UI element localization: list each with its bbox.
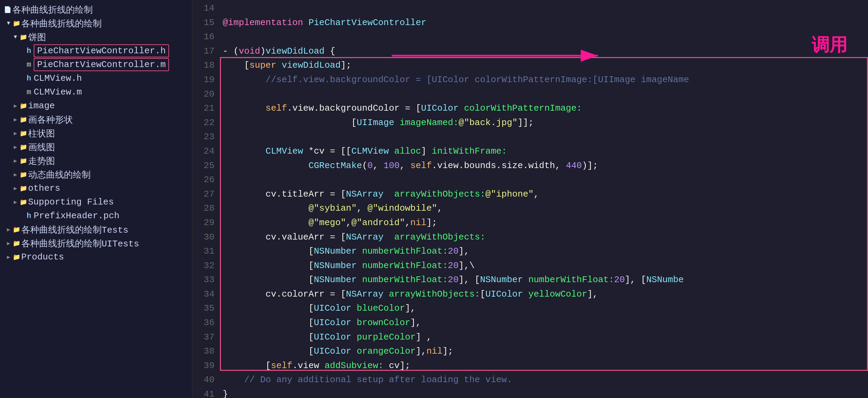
code-line-29: @"mego",@"android",nil];	[223, 216, 868, 230]
chevron-right-icon: ▶	[14, 157, 17, 164]
chevron-right-icon: ▶	[14, 171, 17, 178]
pie-m-label: PieChartViewController.m	[34, 58, 169, 71]
file-h-icon: h	[24, 212, 34, 220]
code-line-27: cv.titleArr = [NSArray arrayWithObjects:…	[223, 187, 868, 202]
trend-label: 走势图	[28, 155, 55, 167]
sidebar-item-clm-h[interactable]: h CLMView.h	[0, 71, 192, 85]
folder-icon: 📁	[12, 226, 21, 233]
sidebar-item-tests[interactable]: ▶ 📁 各种曲线折线的绘制Tests	[0, 223, 192, 236]
sidebar-item-dynamic[interactable]: ▶ 📁 动态曲线的绘制	[0, 168, 192, 181]
chevron-right-icon: ▶	[14, 130, 17, 137]
chevron-down-icon: ▼	[14, 34, 17, 40]
folder-icon: 📁	[19, 157, 28, 165]
sidebar: 📄 各种曲线折线的绘制 ▼ 📁 各种曲线折线的绘制 ▼ 📁 饼图 h PieCh…	[0, 0, 192, 398]
image-label: image	[28, 101, 55, 111]
sidebar-item-pie-m[interactable]: m PieChartViewController.m	[0, 58, 192, 71]
code-line-16	[223, 30, 868, 44]
chevron-right-icon: ▶	[14, 199, 17, 206]
file-h-icon: h	[24, 47, 34, 55]
folder-icon: 📁	[19, 143, 28, 151]
clm-m-label: CLMView.m	[34, 87, 82, 97]
code-line-20	[223, 87, 868, 102]
chevron-right-icon: ▶	[7, 226, 10, 233]
chevron-down-icon: ▼	[7, 20, 10, 26]
root-folder-label: 各种曲线折线的绘制	[21, 18, 102, 30]
code-line-39: [self.view addSubview: cv];	[223, 359, 868, 373]
code-line-32: [NSNumber numberWithFloat:20],\	[223, 259, 868, 273]
ui-tests-label: 各种曲线折线的绘制UITests	[21, 237, 139, 250]
code-line-21: self.view.backgroundColor = [UIColor col…	[223, 101, 868, 116]
code-line-14	[223, 1, 868, 16]
folder-icon: 📁	[12, 20, 21, 27]
sidebar-item-draw-shapes[interactable]: ▶ 📁 画各种形状	[0, 113, 192, 126]
sidebar-item-bar-chart[interactable]: ▶ 📁 柱状图	[0, 126, 192, 140]
sidebar-item-bingtu[interactable]: ▼ 📁 饼图	[0, 30, 192, 44]
code-line-28: @"sybian", @"windowbile",	[223, 201, 868, 216]
code-line-33: [NSNumber numberWithFloat:20], [NSNumber…	[223, 273, 868, 287]
chevron-right-icon: ▶	[7, 254, 10, 261]
draw-line-label: 画线图	[28, 141, 55, 153]
products-label: Products	[21, 252, 64, 262]
root-title: 各种曲线折线的绘制	[12, 4, 93, 16]
code-content[interactable]: @implementation PieChartViewController -…	[220, 0, 868, 398]
folder-icon: 📁	[19, 116, 28, 123]
chevron-right-icon: ▶	[14, 102, 17, 109]
file-icon: 📄	[3, 6, 12, 13]
sidebar-root-label[interactable]: 📄 各种曲线折线的绘制	[0, 3, 192, 16]
code-editor: 调用 14 15 16 17 18 19 20 21 22 23 24 25 2…	[192, 0, 868, 398]
chevron-right-icon: ▶	[14, 185, 17, 192]
file-m-icon: m	[24, 60, 34, 69]
chevron-right-icon: ▶	[7, 240, 10, 247]
code-line-35: [UIColor blueColor],	[223, 301, 868, 316]
sidebar-item-pie-h[interactable]: h PieChartViewController.h	[0, 44, 192, 58]
clm-h-label: CLMView.h	[34, 73, 82, 84]
folder-icon: 📁	[19, 33, 28, 41]
sidebar-item-prefix[interactable]: h PrefixHeader.pch	[0, 209, 192, 223]
code-line-37: [UIColor purpleColor] ,	[223, 330, 868, 345]
code-line-24: CLMView *cv = [[CLMView alloc] initWithF…	[223, 144, 868, 159]
sidebar-item-ui-tests[interactable]: ▶ 📁 各种曲线折线的绘制UITests	[0, 236, 192, 250]
sidebar-item-others[interactable]: ▶ 📁 others	[0, 181, 192, 195]
code-line-23	[223, 130, 868, 144]
code-area: 14 15 16 17 18 19 20 21 22 23 24 25 26 2…	[192, 0, 868, 398]
folder-icon: 📁	[19, 102, 28, 110]
code-line-40: // Do any additional setup after loading…	[223, 373, 868, 387]
tests-label: 各种曲线折线的绘制Tests	[21, 224, 129, 236]
bingtu-label: 饼图	[28, 31, 46, 43]
pie-h-label: PieChartViewController.h	[34, 44, 169, 57]
code-line-19: //self.view.backgroundColor = [UIColor c…	[223, 73, 868, 87]
code-line-41: }	[223, 387, 868, 398]
code-line-31: [NSNumber numberWithFloat:20],	[223, 244, 868, 259]
folder-icon: 📁	[12, 253, 21, 261]
chevron-right-icon: ▶	[14, 116, 17, 123]
code-line-26	[223, 173, 868, 187]
folder-icon: 📁	[19, 198, 28, 206]
bar-chart-label: 柱状图	[28, 128, 55, 140]
sidebar-item-supporting[interactable]: ▶ 📁 Supporting Files	[0, 195, 192, 209]
code-line-36: [UIColor brownColor],	[223, 316, 868, 330]
file-h-icon: h	[24, 74, 34, 83]
annotation-text: 调用	[812, 33, 847, 57]
code-line-18: [super viewDidLoad];	[223, 58, 868, 73]
sidebar-item-clm-m[interactable]: m CLMView.m	[0, 85, 192, 99]
code-line-38: [UIColor orangeColor],nil];	[223, 344, 868, 359]
supporting-label: Supporting Files	[28, 197, 114, 207]
code-line-25: CGRectMake(0, 100, self.view.bounds.size…	[223, 159, 868, 173]
code-line-15: @implementation PieChartViewController	[223, 16, 868, 30]
sidebar-item-image[interactable]: ▶ 📁 image	[0, 99, 192, 113]
code-line-34: cv.colorArr = [NSArray arrayWithObjects:…	[223, 287, 868, 302]
chevron-right-icon: ▶	[14, 144, 17, 151]
draw-shapes-label: 画各种形状	[28, 114, 73, 126]
sidebar-item-trend[interactable]: ▶ 📁 走势图	[0, 154, 192, 168]
folder-icon: 📁	[19, 171, 28, 178]
sidebar-item-root-folder[interactable]: ▼ 📁 各种曲线折线的绘制	[0, 16, 192, 30]
others-label: others	[28, 183, 60, 194]
sidebar-item-draw-line[interactable]: ▶ 📁 画线图	[0, 140, 192, 154]
prefix-label: PrefixHeader.pch	[34, 211, 120, 221]
code-line-22: [UIImage imageNamed:@"back.jpg"]];	[223, 116, 868, 130]
code-line-17: - (void)viewDidLoad {	[223, 44, 868, 59]
folder-icon: 📁	[19, 185, 28, 192]
code-line-30: cv.valueArr = [NSArray arrayWithObjects:	[223, 230, 868, 245]
sidebar-item-products[interactable]: ▶ 📁 Products	[0, 250, 192, 264]
line-numbers: 14 15 16 17 18 19 20 21 22 23 24 25 26 2…	[192, 0, 220, 398]
